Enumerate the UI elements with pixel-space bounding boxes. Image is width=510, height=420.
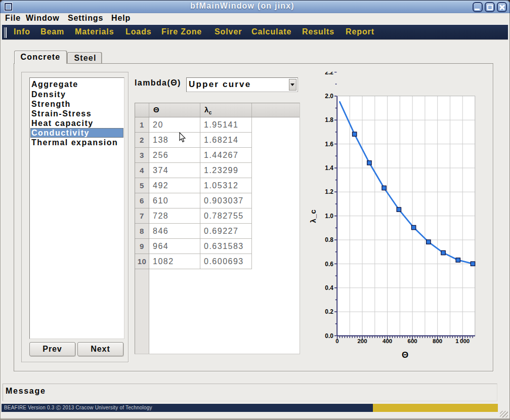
svg-text:1.2: 1.2: [325, 188, 333, 195]
svg-text:1.4: 1.4: [325, 164, 333, 172]
svg-text:400: 400: [382, 338, 392, 344]
svg-text:800: 800: [433, 338, 442, 344]
svg-text:0.4: 0.4: [325, 284, 333, 291]
svg-text:600: 600: [408, 338, 417, 344]
svg-text:0: 0: [335, 338, 338, 344]
svg-text:λ_c: λ_c: [309, 209, 317, 223]
svg-text:2.2: 2.2: [325, 72, 333, 76]
svg-text:Θ: Θ: [402, 350, 408, 360]
svg-text:0.2: 0.2: [325, 308, 333, 315]
svg-text:2.0: 2.0: [325, 93, 333, 100]
svg-text:1.6: 1.6: [325, 141, 333, 148]
svg-text:0.0: 0.0: [325, 332, 333, 340]
svg-text:1.8: 1.8: [325, 116, 333, 123]
svg-text:0.6: 0.6: [325, 261, 333, 268]
svg-text:0.8: 0.8: [325, 236, 333, 243]
svg-text:1.0: 1.0: [325, 213, 333, 220]
svg-text:1 000: 1 000: [455, 338, 470, 344]
svg-text:200: 200: [357, 338, 367, 344]
